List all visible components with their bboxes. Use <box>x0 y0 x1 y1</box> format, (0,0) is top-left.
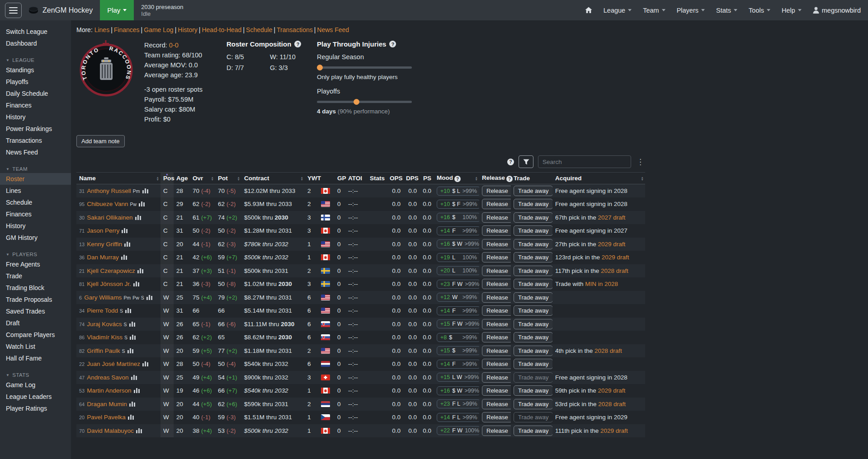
mood-badge[interactable]: +8$>99% <box>437 333 479 342</box>
sidebar-item-news-feed[interactable]: News Feed <box>0 146 71 158</box>
column-header-ops[interactable]: OPS <box>387 173 403 184</box>
trade-away-button[interactable]: Trade away <box>514 199 552 209</box>
nav-menu-players[interactable]: Players <box>677 7 705 14</box>
mood-badge[interactable]: +14F>99% <box>437 306 479 315</box>
more-link-news-feed[interactable]: News Feed <box>317 26 349 33</box>
player-name-link[interactable]: Kenny Griffin <box>87 241 122 248</box>
sidebar-item-dashboard[interactable]: Dashboard <box>0 37 71 49</box>
acquired-link[interactable]: 2029 draft <box>598 241 626 248</box>
sidebar-item-history[interactable]: History <box>0 111 71 123</box>
mood-badge[interactable]: +16$ W>99% <box>437 239 479 248</box>
release-button[interactable]: Release <box>482 399 511 409</box>
nav-menu-team[interactable]: Team <box>643 7 665 14</box>
mood-badge[interactable]: +14F L>99% <box>437 413 479 422</box>
release-button[interactable]: Release <box>482 359 511 369</box>
mood-badge[interactable]: +23F W>99% <box>437 280 479 289</box>
sidebar-item-game-log[interactable]: Game Log <box>0 379 71 391</box>
column-header-ovr[interactable]: Ovr▲▼ <box>190 173 215 184</box>
sidebar-section-team[interactable]: ▼TEAM <box>0 164 71 173</box>
mood-badge[interactable]: +14F>99% <box>437 226 479 235</box>
player-stats-chart-icon[interactable] <box>124 241 130 247</box>
sidebar-item-power-rankings[interactable]: Power Rankings <box>0 123 71 135</box>
player-name-link[interactable]: Pavel Pavelka <box>87 414 126 421</box>
acquired-link[interactable]: 2029 draft <box>602 254 629 261</box>
player-name-link[interactable]: Dan Murray <box>87 254 119 261</box>
nav-menu-tools[interactable]: Tools <box>749 7 770 14</box>
release-button[interactable]: Release <box>482 252 511 262</box>
more-link-finances[interactable]: Finances <box>114 26 140 33</box>
nav-menu-stats[interactable]: Stats <box>716 7 737 14</box>
sidebar-item-finances-2[interactable]: Finances <box>0 208 71 220</box>
player-name-link[interactable]: Andreas Savon <box>87 374 128 381</box>
release-button[interactable]: Release <box>482 212 511 223</box>
player-stats-chart-icon[interactable] <box>136 428 142 433</box>
trade-away-button[interactable]: Trade away <box>514 266 552 276</box>
slider-thumb[interactable] <box>354 99 359 105</box>
player-name-link[interactable]: Kjell Czerapowicz <box>87 267 135 274</box>
sidebar-section-players[interactable]: ▼PLAYERS <box>0 249 71 258</box>
acquired-link[interactable]: 2028 draft <box>598 401 626 407</box>
column-header-contract[interactable]: Contract▲▼ <box>241 173 305 184</box>
mood-badge[interactable]: +15$>99% <box>437 346 479 355</box>
table-help-icon[interactable]: ? <box>507 159 514 165</box>
release-button[interactable]: Release <box>482 292 511 303</box>
more-link-transactions[interactable]: Transactions <box>277 26 313 33</box>
acquired-link[interactable]: MIN in 2028 <box>585 281 618 287</box>
sidebar-item-trade[interactable]: Trade <box>0 270 71 282</box>
mood-badge[interactable]: +15L W>99% <box>437 373 479 382</box>
release-button[interactable]: Release <box>482 199 511 209</box>
column-header-release[interactable]: Release? <box>479 173 511 184</box>
player-stats-chart-icon[interactable] <box>137 268 143 273</box>
column-header-pos[interactable]: Pos▲ <box>160 173 174 184</box>
sidebar-item-watch-list[interactable]: Watch List <box>0 341 71 352</box>
mood-badge[interactable]: +10$ F>99% <box>437 200 479 209</box>
player-stats-chart-icon[interactable] <box>142 188 148 193</box>
sidebar-item-lines[interactable]: Lines <box>0 185 71 197</box>
release-button[interactable]: Release <box>482 305 511 316</box>
column-header-stats[interactable]: Stats <box>367 173 387 184</box>
player-name-link[interactable]: Anthony Russell <box>87 187 131 194</box>
sidebar-item-schedule[interactable]: Schedule <box>0 197 71 208</box>
acquired-link[interactable]: 2028 draft <box>594 347 622 354</box>
trade-away-button[interactable]: Trade away <box>514 346 552 356</box>
trade-away-button[interactable]: Trade away <box>514 279 552 289</box>
player-stats-chart-icon[interactable] <box>131 375 137 380</box>
player-name-link[interactable]: Vladimír Kiss <box>87 334 123 341</box>
player-stats-chart-icon[interactable] <box>133 281 139 286</box>
more-link-schedule[interactable]: Schedule <box>246 26 272 33</box>
trade-away-button[interactable]: Trade away <box>514 399 552 409</box>
column-header-trade[interactable]: Trade <box>511 173 552 184</box>
column-header-mood[interactable]: Mood?▲▼ <box>434 173 479 184</box>
trade-away-button[interactable]: Trade away <box>514 252 552 262</box>
release-button[interactable]: Release <box>482 372 511 383</box>
slider-thumb[interactable] <box>317 65 323 70</box>
trade-away-button[interactable]: Trade away <box>514 212 552 223</box>
trade-away-button[interactable]: Trade away <box>514 186 552 196</box>
sidebar-item-standings[interactable]: Standings <box>0 64 71 76</box>
release-button[interactable]: Release <box>482 279 511 289</box>
more-link-head-to-head[interactable]: Head-to-Head <box>202 26 241 33</box>
release-button[interactable]: Release <box>482 319 511 329</box>
trade-away-button[interactable]: Trade away <box>514 426 552 436</box>
player-stats-chart-icon[interactable] <box>125 308 131 313</box>
sidebar-item-playoffs[interactable]: Playoffs <box>0 76 71 88</box>
player-stats-chart-icon[interactable] <box>129 321 135 327</box>
release-button[interactable]: Release <box>482 225 511 236</box>
player-name-link[interactable]: Pierre Todd <box>87 307 118 314</box>
player-name-link[interactable]: Kjell Jönsson Jr. <box>87 281 131 287</box>
user-menu[interactable]: megsnowbird <box>813 7 861 14</box>
player-stats-chart-icon[interactable] <box>121 254 127 260</box>
mood-badge[interactable]: +20L100% <box>437 266 479 275</box>
trade-away-button[interactable]: Trade away <box>514 305 552 316</box>
player-name-link[interactable]: Chibueze Vann <box>87 201 128 207</box>
nav-menu-help[interactable]: Help <box>782 7 802 14</box>
mood-badge[interactable]: +23F L>99% <box>437 399 479 408</box>
sidebar-item-transactions[interactable]: Transactions <box>0 135 71 146</box>
table-menu-button[interactable]: ⋮ <box>636 158 645 166</box>
help-icon[interactable]: ? <box>454 176 461 182</box>
menu-toggle-button[interactable] <box>5 3 22 18</box>
mood-badge[interactable]: +10$ L>99% <box>437 187 479 196</box>
player-name-link[interactable]: David Malabuyoc <box>87 427 134 434</box>
sidebar-item-gm-history[interactable]: GM History <box>0 232 71 244</box>
player-stats-chart-icon[interactable] <box>146 295 152 300</box>
